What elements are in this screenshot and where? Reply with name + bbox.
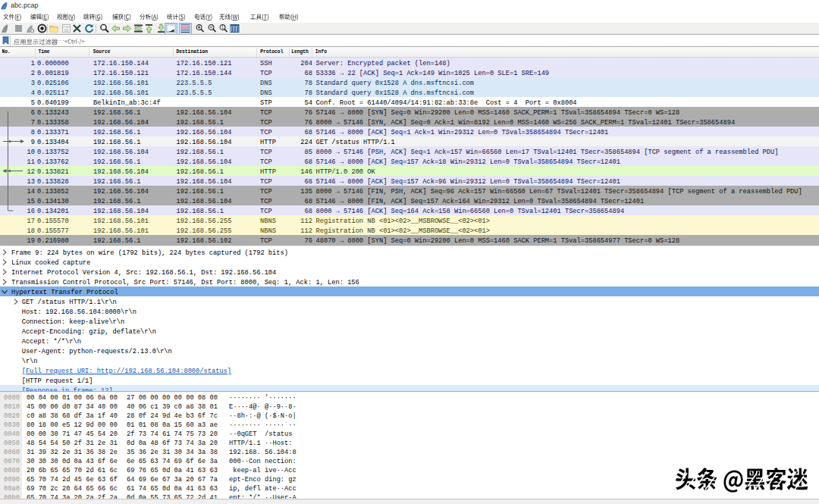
svg-text:PCAP: PCAP [63, 26, 70, 29]
svg-text:1: 1 [221, 26, 224, 30]
